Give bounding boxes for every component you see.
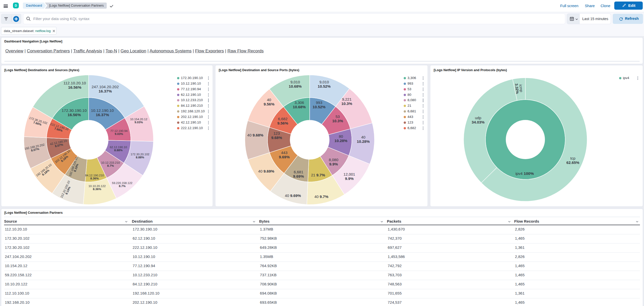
svg-text:9.56%: 9.56% bbox=[277, 121, 288, 125]
svg-text:9,010: 9,010 bbox=[290, 80, 300, 84]
svg-text:8.88%: 8.88% bbox=[136, 156, 144, 159]
svg-text:40: 40 bbox=[267, 98, 271, 102]
svg-text:10.28%: 10.28% bbox=[335, 139, 348, 143]
svg-text:10.68%: 10.68% bbox=[289, 84, 302, 88]
svg-text:8.7%: 8.7% bbox=[119, 184, 125, 188]
svg-text:443: 443 bbox=[281, 150, 287, 155]
svg-text:10.68%: 10.68% bbox=[293, 105, 306, 109]
svg-text:16.56%: 16.56% bbox=[68, 85, 82, 89]
svg-text:6,681: 6,681 bbox=[294, 170, 303, 174]
svg-text:6,682: 6,682 bbox=[278, 117, 288, 121]
svg-text:123: 123 bbox=[273, 131, 280, 135]
svg-text:9.69%: 9.69% bbox=[293, 174, 304, 178]
svg-text:993: 993 bbox=[316, 100, 322, 105]
svg-text:40 9.68%: 40 9.68% bbox=[247, 133, 263, 137]
svg-text:34.03%: 34.03% bbox=[472, 120, 485, 124]
svg-text:40 9.69%: 40 9.69% bbox=[258, 169, 274, 173]
svg-text:8.88%: 8.88% bbox=[114, 148, 123, 152]
svg-text:10.52%: 10.52% bbox=[313, 105, 326, 109]
svg-text:8.7%: 8.7% bbox=[107, 164, 114, 167]
svg-text:247.104.20.202: 247.104.20.202 bbox=[92, 85, 119, 89]
svg-text:10.52%: 10.52% bbox=[318, 84, 331, 88]
svg-text:12,001: 12,001 bbox=[343, 172, 355, 176]
svg-text:9.03%: 9.03% bbox=[115, 132, 123, 135]
svg-text:3,306: 3,306 bbox=[294, 100, 304, 105]
svg-text:9.9%: 9.9% bbox=[329, 162, 338, 166]
svg-text:9,221: 9,221 bbox=[342, 97, 352, 101]
svg-text:21 9.7%: 21 9.7% bbox=[311, 173, 325, 177]
svg-text:80: 80 bbox=[339, 134, 343, 139]
svg-text:8.36%: 8.36% bbox=[90, 177, 99, 180]
svg-text:9,010: 9,010 bbox=[319, 80, 329, 84]
svg-text:40 9.69%: 40 9.69% bbox=[285, 193, 301, 198]
svg-text:62.65%: 62.65% bbox=[567, 160, 579, 165]
svg-text:9.68%: 9.68% bbox=[271, 135, 282, 140]
svg-text:ipv4 100%: ipv4 100% bbox=[515, 171, 534, 176]
svg-text:tcp: tcp bbox=[570, 156, 575, 160]
svg-text:10.3%: 10.3% bbox=[332, 119, 343, 123]
svg-text:10.28%: 10.28% bbox=[357, 139, 370, 144]
svg-text:172.30.190.10: 172.30.190.10 bbox=[62, 108, 87, 113]
svg-text:9.69%: 9.69% bbox=[279, 155, 290, 159]
svg-text:40 9.7%: 40 9.7% bbox=[314, 194, 328, 199]
svg-text:40: 40 bbox=[361, 135, 366, 139]
svg-text:10.12.190.10: 10.12.190.10 bbox=[91, 108, 114, 113]
svg-text:112.10.20.10: 112.10.20.10 bbox=[64, 81, 86, 85]
svg-text:9.56%: 9.56% bbox=[264, 102, 275, 106]
svg-text:8,080: 8,080 bbox=[329, 158, 338, 162]
svg-text:udp: udp bbox=[475, 116, 481, 120]
svg-text:16.37%: 16.37% bbox=[99, 89, 112, 93]
svg-text:53: 53 bbox=[336, 114, 340, 119]
svg-text:10.3%: 10.3% bbox=[341, 101, 352, 106]
svg-text:8.36%: 8.36% bbox=[93, 187, 101, 191]
svg-text:16.56%: 16.56% bbox=[68, 113, 81, 117]
svg-text:9.03%: 9.03% bbox=[135, 120, 143, 124]
svg-text:9.9%: 9.9% bbox=[345, 176, 354, 181]
svg-text:16.37%: 16.37% bbox=[96, 113, 109, 117]
